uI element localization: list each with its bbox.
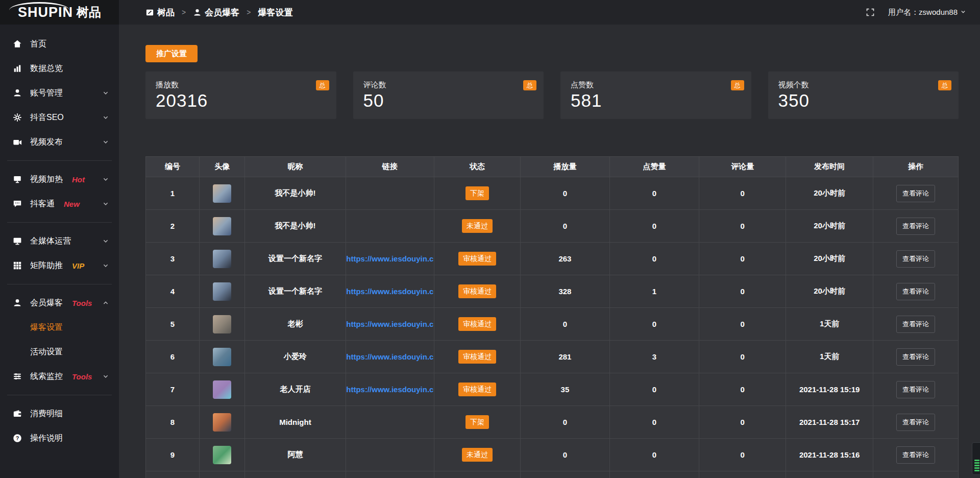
- status-badge: 审核通过: [458, 252, 496, 266]
- cell-plays: 0: [520, 406, 609, 439]
- sidebar-item-tag: New: [64, 200, 80, 208]
- sidebar-item-clue-monitor[interactable]: 线索监控Tools: [0, 364, 119, 389]
- promotion-settings-button[interactable]: 推广设置: [145, 45, 198, 62]
- videos-table: 编号头像昵称链接状态播放量点赞量评论量发布时间操作 1我不是小帅!下架00020…: [145, 156, 959, 478]
- table-col-header-1: 头像: [200, 157, 245, 177]
- table-row: 3设置一个新名字https://www.iesdouyin.c审核通过26300…: [146, 243, 959, 275]
- status-badge: 未通过: [462, 448, 493, 462]
- cell-action: 查看评论: [873, 341, 958, 373]
- cell-status: 审核通过: [434, 308, 521, 341]
- user-menu[interactable]: 用户名：zswodun88: [888, 8, 967, 17]
- monitor-icon: [12, 236, 22, 246]
- cell-action: 查看评论: [873, 439, 958, 471]
- view-comments-button[interactable]: 查看评论: [896, 316, 935, 333]
- cell-avatar: [200, 373, 245, 406]
- cell-number: 8: [146, 406, 200, 439]
- avatar-dusk-sky: [213, 250, 231, 268]
- cell-likes: 0: [609, 308, 699, 341]
- cell-link: https://www.iesdouyin.c: [346, 308, 434, 341]
- sidebar-item-video-publish[interactable]: 视频发布: [0, 130, 119, 154]
- table-row: 6小爱玲https://www.iesdouyin.c审核通过281301天前查…: [146, 341, 959, 373]
- sidebar-item-member-baoke[interactable]: 会员爆客Tools: [0, 291, 119, 315]
- cell-comments: 0: [699, 439, 786, 471]
- cell-action: [873, 471, 958, 478]
- video-icon: [12, 137, 22, 147]
- cell-action: 查看评论: [873, 308, 958, 341]
- sidebar-item-home[interactable]: 首页: [0, 32, 119, 56]
- cell-number: 9: [146, 439, 200, 471]
- cell-nickname: 小爱玲: [245, 341, 346, 373]
- sliders-icon: [12, 371, 22, 381]
- view-comments-button[interactable]: 查看评论: [896, 185, 935, 202]
- stat-card-total-badge: 总: [731, 80, 744, 90]
- view-comments-button[interactable]: 查看评论: [896, 414, 935, 431]
- view-comments-button[interactable]: 查看评论: [896, 348, 935, 366]
- avatar-sunset-sea: [213, 413, 231, 432]
- comment-icon: [12, 199, 22, 209]
- sidebar-item-matrix-boost[interactable]: 矩阵助推VIP: [0, 253, 119, 278]
- cell-link: [346, 439, 434, 471]
- cell-nickname: 设置一个新名字: [245, 275, 346, 308]
- sidebar-item-douketong[interactable]: 抖客通New: [0, 192, 119, 216]
- cell-number: 2: [146, 210, 200, 243]
- video-link[interactable]: https://www.iesdouyin.c: [346, 320, 433, 328]
- fullscreen-icon[interactable]: [866, 8, 875, 17]
- sidebar-item-media-operation[interactable]: 全媒体运营: [0, 229, 119, 253]
- sidebar-subitem-activity-settings[interactable]: 活动设置: [0, 340, 119, 364]
- view-comments-button[interactable]: 查看评论: [896, 381, 935, 398]
- cell-status: 审核通过: [434, 341, 521, 373]
- video-link[interactable]: https://www.iesdouyin.c: [346, 385, 433, 394]
- cell-link: [346, 210, 434, 243]
- stat-card-value: 50: [363, 90, 534, 111]
- sidebar-item-label: 视频加热: [30, 174, 63, 185]
- table-col-header-4: 状态: [434, 157, 521, 177]
- stat-card-value: 20316: [156, 90, 326, 111]
- sidebar-item-video-heating[interactable]: 视频加热Hot: [0, 167, 119, 192]
- app-icon: [145, 8, 154, 17]
- sidebar-item-tag: VIP: [72, 261, 84, 270]
- sidebar-item-account-manage[interactable]: 账号管理: [0, 81, 119, 105]
- cell-likes: 0: [609, 177, 699, 210]
- video-link[interactable]: https://www.iesdouyin.c: [346, 287, 433, 296]
- stat-card-total-badge: 总: [938, 80, 951, 90]
- breadcrumb-item-member-baoke[interactable]: 会员爆客: [193, 7, 239, 18]
- cell-likes: 1: [609, 275, 699, 308]
- brand-logo[interactable]: SHUPIN 树品: [0, 0, 119, 25]
- chevron-down-icon: [102, 113, 110, 122]
- sidebar-item-douyin-seo[interactable]: 抖音SEO: [0, 105, 119, 130]
- view-comments-button[interactable]: 查看评论: [896, 283, 935, 300]
- chevron-down-icon: [102, 175, 110, 183]
- status-badge: 审核通过: [458, 350, 496, 364]
- view-comments-button[interactable]: 查看评论: [896, 446, 935, 464]
- video-link[interactable]: https://www.iesdouyin.c: [346, 254, 433, 263]
- sidebar-item-operation-guide[interactable]: ?操作说明: [0, 426, 119, 450]
- sidebar-item-label: 全媒体运营: [30, 236, 71, 247]
- floating-widget[interactable]: [972, 442, 980, 475]
- cell-number: [146, 471, 200, 478]
- chart-icon: [12, 63, 22, 74]
- cell-action: 查看评论: [873, 275, 958, 308]
- cell-avatar: [200, 439, 245, 471]
- cell-comments: 0: [699, 275, 786, 308]
- sidebar-item-data-overview[interactable]: 数据总览: [0, 56, 119, 81]
- view-comments-button[interactable]: 查看评论: [896, 250, 935, 268]
- sidebar-subitem-baoke-settings[interactable]: 爆客设置: [0, 315, 119, 340]
- sidebar-item-consume-detail[interactable]: 消费明细: [0, 401, 119, 426]
- sidebar-item-tag: Hot: [72, 175, 85, 184]
- cell-link: [346, 177, 434, 210]
- cell-avatar: [200, 210, 245, 243]
- view-comments-button[interactable]: 查看评论: [896, 218, 935, 235]
- cell-avatar: [200, 406, 245, 439]
- caret-down-icon: [958, 8, 967, 17]
- grid-icon: [12, 260, 22, 271]
- breadcrumb-item-shupin[interactable]: 树品: [145, 7, 175, 18]
- status-badge: 审核通过: [458, 383, 496, 396]
- cell-avatar: [200, 275, 245, 308]
- video-link[interactable]: https://www.iesdouyin.c: [346, 352, 433, 361]
- breadcrumb: 树品 > 会员爆客 > 爆客设置: [145, 7, 292, 18]
- gear-icon: [12, 112, 22, 123]
- table-row: 4设置一个新名字https://www.iesdouyin.c审核通过32810…: [146, 275, 959, 308]
- stat-card-value: 350: [778, 90, 949, 111]
- cell-status: 审核通过: [434, 275, 521, 308]
- table-col-header-0: 编号: [146, 157, 200, 177]
